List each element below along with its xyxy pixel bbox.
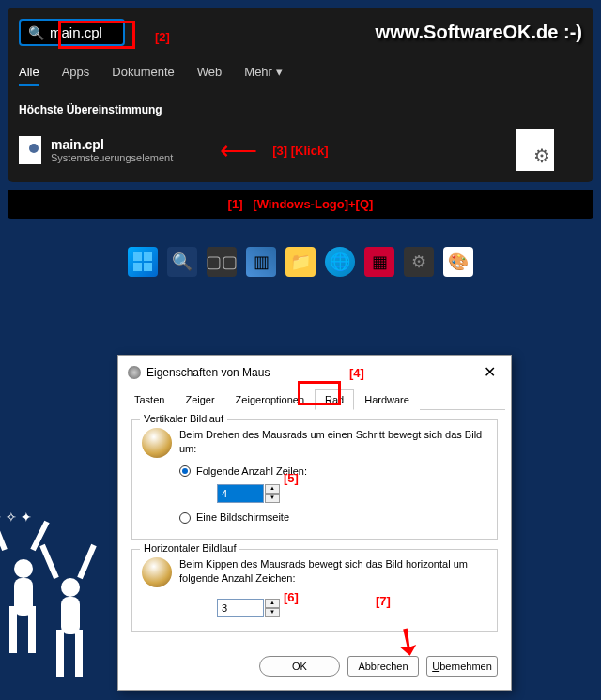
svg-rect-3 bbox=[144, 263, 152, 271]
watermark-text: www.SoftwareOK.de :-) bbox=[376, 22, 582, 43]
taskbar-taskview-icon[interactable]: ▥ bbox=[246, 247, 276, 277]
dialog-button-row: OK Abbrechen Übernehmen bbox=[118, 647, 511, 690]
result-preview-icon bbox=[516, 129, 554, 171]
chars-up[interactable]: ▲ bbox=[265, 599, 280, 608]
taskbar: 🔍 ▢▢ ▥ 📁 🌐 ▦ ⚙ 🎨 bbox=[0, 247, 601, 277]
start-button-icon[interactable] bbox=[128, 247, 158, 277]
taskbar-search-icon[interactable]: 🔍 bbox=[167, 247, 197, 277]
svg-point-8 bbox=[61, 578, 80, 597]
annotation-7: [7] bbox=[376, 594, 391, 608]
radio-lines[interactable] bbox=[179, 465, 191, 477]
tab-documents[interactable]: Dokumente bbox=[112, 65, 174, 86]
tab-apps[interactable]: Apps bbox=[62, 65, 90, 86]
dialog-title: Eigenschaften von Maus bbox=[146, 366, 478, 379]
highlight-box-search bbox=[58, 21, 135, 49]
horizontal-scroll-group: Horizontaler Bildlauf Beim Kippen des Ma… bbox=[131, 549, 498, 632]
horizontal-scroll-legend: Horizontaler Bildlauf bbox=[140, 542, 239, 554]
radio-page-row[interactable]: Eine Bildschirmseite bbox=[179, 510, 487, 525]
taskbar-paint-icon[interactable]: 🎨 bbox=[443, 247, 473, 277]
radio-page-label: Eine Bildschirmseite bbox=[196, 510, 289, 525]
ok-button[interactable]: OK bbox=[259, 656, 340, 677]
wheel-icon bbox=[142, 428, 172, 458]
vertical-scroll-group: Vertikaler Bildlauf Beim Drehen des Maus… bbox=[131, 419, 498, 540]
apply-button[interactable]: Übernehmen bbox=[426, 656, 498, 677]
annotation-arrow: ⟵ bbox=[220, 135, 255, 166]
annotation-6: [6] bbox=[284, 590, 299, 604]
annotation-2: [2] bbox=[155, 30, 170, 44]
radio-lines-row[interactable]: Folgende Anzahl Zeilen: bbox=[179, 464, 487, 479]
radio-page[interactable] bbox=[179, 512, 191, 524]
taskbar-edge-icon[interactable]: 🌐 bbox=[325, 247, 355, 277]
lines-down[interactable]: ▼ bbox=[265, 494, 280, 503]
svg-rect-11 bbox=[75, 630, 83, 677]
search-result-item[interactable]: main.cpl Systemsteuerungselement ⟵ [3] [… bbox=[19, 129, 582, 171]
taskbar-app-icon[interactable]: ▦ bbox=[364, 247, 394, 277]
lines-input[interactable] bbox=[217, 484, 264, 503]
tab-more[interactable]: Mehr ▾ bbox=[244, 65, 282, 86]
lines-up[interactable]: ▲ bbox=[265, 484, 280, 494]
svg-rect-9 bbox=[61, 597, 80, 634]
highlight-box-rad-tab bbox=[298, 381, 341, 405]
best-match-heading: Höchste Übereinstimmung bbox=[19, 103, 582, 116]
svg-rect-2 bbox=[133, 263, 142, 271]
svg-rect-7 bbox=[28, 606, 36, 653]
annotation-4: [4] bbox=[349, 366, 364, 380]
chars-input[interactable] bbox=[217, 599, 264, 617]
vertical-desc: Beim Drehen des Mausrads um einen Schrit… bbox=[179, 428, 487, 457]
chars-down[interactable]: ▼ bbox=[265, 608, 280, 617]
result-text: main.cpl Systemsteuerungselement bbox=[51, 137, 173, 163]
taskbar-settings-icon[interactable]: ⚙ bbox=[404, 247, 434, 277]
tab-pointer[interactable]: Zeiger bbox=[175, 389, 224, 410]
wheel-icon bbox=[142, 557, 172, 587]
decorative-figures: ✦ ✧ ✦ bbox=[0, 512, 122, 700]
result-title: main.cpl bbox=[51, 137, 173, 152]
horizontal-desc: Beim Kippen des Mausrads bewegt sich das… bbox=[179, 557, 487, 586]
mouse-icon bbox=[128, 366, 141, 379]
taskbar-widgets-icon[interactable]: ▢▢ bbox=[207, 247, 237, 277]
taskbar-explorer-icon[interactable]: 📁 bbox=[285, 247, 316, 277]
vertical-scroll-legend: Vertikaler Bildlauf bbox=[140, 413, 227, 424]
tab-buttons[interactable]: Tasten bbox=[124, 389, 175, 410]
svg-rect-0 bbox=[133, 252, 142, 261]
search-filter-tabs: Alle Apps Dokumente Web Mehr ▾ bbox=[19, 65, 582, 86]
svg-text:✦ ✧ ✦: ✦ ✧ ✦ bbox=[0, 512, 32, 525]
result-subtitle: Systemsteuerungselement bbox=[51, 152, 173, 163]
svg-point-4 bbox=[14, 559, 33, 578]
control-panel-file-icon bbox=[19, 136, 41, 164]
tab-all[interactable]: Alle bbox=[19, 65, 39, 86]
svg-rect-1 bbox=[144, 252, 152, 261]
shortcut-hint-bar: [1] [Windows-Logo]+[Q] bbox=[8, 190, 593, 219]
annotation-3: [3] [Klick] bbox=[272, 144, 328, 158]
dialog-body: Vertikaler Bildlauf Beim Drehen des Maus… bbox=[118, 410, 511, 647]
svg-rect-10 bbox=[56, 630, 64, 677]
tab-web[interactable]: Web bbox=[197, 65, 223, 86]
annotation-5: [5] bbox=[284, 471, 299, 485]
close-button[interactable]: ✕ bbox=[478, 363, 501, 381]
apply-rest: bernehmen bbox=[439, 661, 492, 672]
search-icon: 🔍 bbox=[28, 25, 44, 40]
svg-rect-6 bbox=[9, 606, 17, 653]
tab-hardware[interactable]: Hardware bbox=[354, 389, 420, 410]
chevron-down-icon: ▾ bbox=[276, 65, 283, 79]
